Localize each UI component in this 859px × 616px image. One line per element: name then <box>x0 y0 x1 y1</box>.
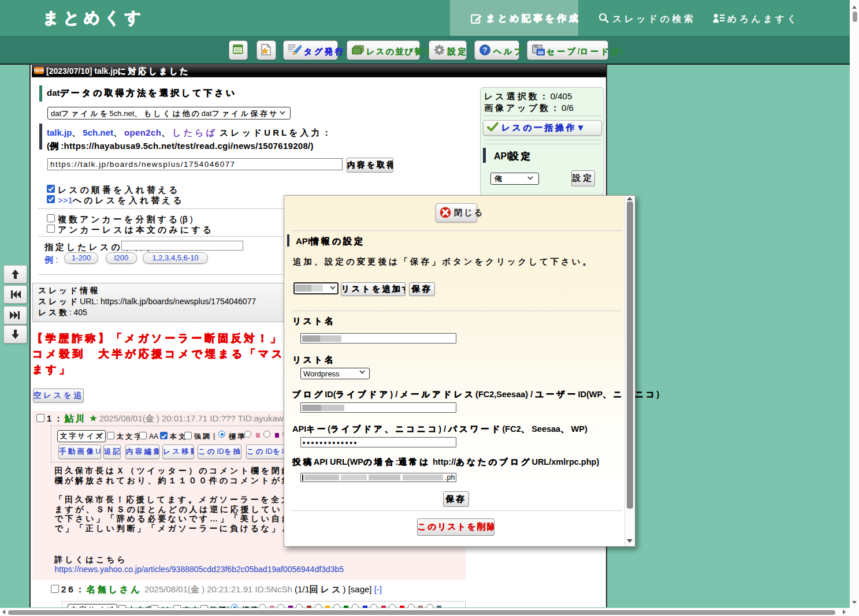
svg-text:?: ? <box>483 46 488 54</box>
